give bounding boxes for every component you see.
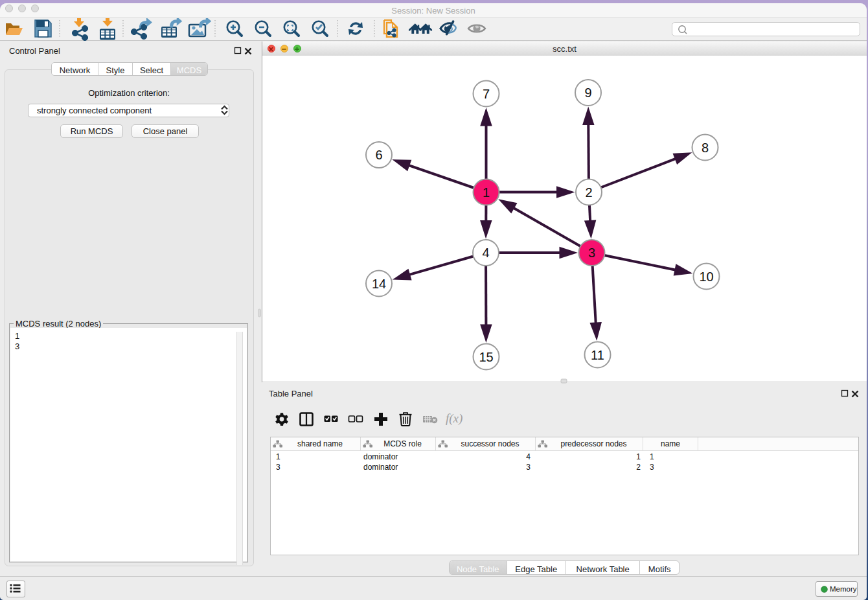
svg-text:15: 15 [479, 350, 493, 364]
svg-text:14: 14 [372, 277, 386, 291]
svg-text:3: 3 [588, 246, 595, 260]
svg-text:11: 11 [591, 348, 604, 362]
svg-text:8: 8 [702, 141, 709, 155]
svg-text:7: 7 [483, 87, 490, 101]
svg-text:9: 9 [584, 86, 591, 100]
svg-text:10: 10 [699, 270, 713, 284]
svg-text:2: 2 [585, 185, 592, 200]
svg-text:6: 6 [375, 148, 382, 162]
svg-text:1: 1 [483, 185, 490, 200]
svg-text:4: 4 [482, 246, 489, 260]
